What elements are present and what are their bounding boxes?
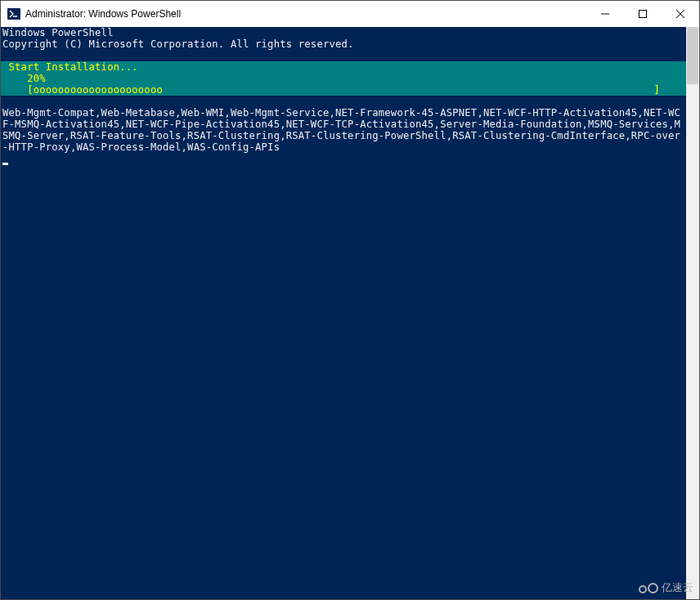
progress-bar: [ ooooooooooooooooooooo ] — [2, 84, 684, 96]
header-line-1: Windows PowerShell — [2, 27, 684, 38]
progress-bar-close: ] — [653, 84, 684, 96]
feature-list: Web-Mgmt-Compat,Web-Metabase,Web-WMI,Web… — [1, 107, 686, 153]
window-title: Administrator: Windows PowerShell — [25, 8, 586, 20]
text-cursor — [2, 163, 8, 165]
powershell-icon — [7, 7, 20, 20]
console-header: Windows PowerShell Copyright (C) Microso… — [1, 27, 686, 50]
header-line-2: Copyright (C) Microsoft Corporation. All… — [2, 38, 684, 50]
svg-rect-1 — [639, 11, 647, 18]
window-controls — [586, 1, 699, 27]
progress-bar-fill: ooooooooooooooooooooo — [34, 84, 163, 96]
progress-bar-spacer — [163, 84, 653, 96]
progress-panel: Start Installation... 20% [ oooooooooooo… — [1, 61, 686, 96]
console-area: Windows PowerShell Copyright (C) Microso… — [1, 27, 699, 599]
maximize-button[interactable] — [624, 1, 662, 27]
close-button[interactable] — [662, 1, 699, 27]
progress-title: Start Installation... — [2, 61, 684, 73]
console-output[interactable]: Windows PowerShell Copyright (C) Microso… — [1, 27, 686, 599]
powershell-window: Administrator: Windows PowerShell Window… — [0, 0, 700, 600]
progress-bar-open: [ — [2, 84, 34, 96]
titlebar: Administrator: Windows PowerShell — [1, 1, 699, 27]
progress-percent: 20% — [2, 73, 684, 84]
vertical-scrollbar[interactable] — [686, 27, 699, 599]
svg-rect-0 — [7, 8, 20, 20]
minimize-button[interactable] — [586, 1, 624, 27]
scrollbar-thumb[interactable] — [687, 27, 698, 84]
